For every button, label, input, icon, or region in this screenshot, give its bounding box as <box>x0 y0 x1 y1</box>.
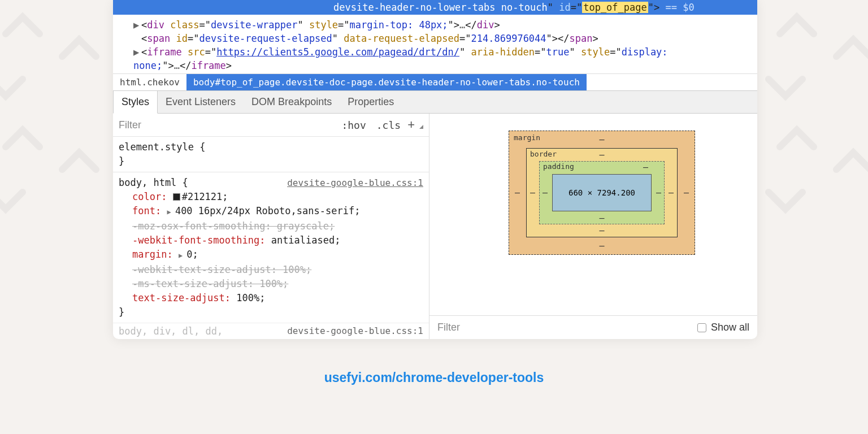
tab-dom-breakpoints[interactable]: DOM Breakpoints <box>244 91 340 113</box>
color-swatch[interactable] <box>173 193 180 201</box>
dom-breadcrumbs: html.chekov body#top_of_page.devsite-doc… <box>113 73 757 90</box>
computed-filter-input[interactable]: Filter <box>437 322 460 333</box>
styles-pane: Filter :hov .cls + element.style { } dev… <box>113 114 429 339</box>
css-rule-body-html[interactable]: devsite-google-blue.css:1 body, html { c… <box>113 172 429 323</box>
element-style-block[interactable]: element.style { } <box>113 137 429 172</box>
styles-filter-input[interactable]: Filter <box>119 119 141 131</box>
tab-styles[interactable]: Styles <box>113 91 158 114</box>
tab-properties[interactable]: Properties <box>340 91 402 113</box>
box-model-diagram[interactable]: margin – – – – border – – – – padding – <box>429 114 757 255</box>
css-rule-next[interactable]: devsite-google-blue.css:1 body, div, dl,… <box>113 323 429 339</box>
show-all-label: Show all <box>711 322 749 333</box>
dom-selected-node[interactable]: devsite-header-no-lower-tabs no-touch" i… <box>113 0 757 15</box>
image-credit: usefyi.com/chrome-developer-tools <box>0 370 868 385</box>
show-all-checkbox[interactable] <box>697 323 706 332</box>
more-icon[interactable] <box>419 125 423 129</box>
styles-tabs: Styles Event Listeners DOM Breakpoints P… <box>113 90 757 114</box>
dom-node-span[interactable]: <span id="devsite-request-elapsed" data-… <box>133 32 747 45</box>
crumb-html[interactable]: html.chekov <box>113 74 186 90</box>
dom-node-div[interactable]: ▶<div class="devsite-wrapper" style="mar… <box>133 18 747 32</box>
new-style-rule-button[interactable]: + <box>407 118 415 132</box>
dom-node-iframe[interactable]: ▶<iframe src="https://clients5.google.co… <box>133 45 747 72</box>
box-model-content: 660 × 7294.200 <box>552 174 652 211</box>
dom-tree[interactable]: ▶<div class="devsite-wrapper" style="mar… <box>113 15 757 73</box>
devtools-panel: devsite-header-no-lower-tabs no-touch" i… <box>113 0 757 339</box>
computed-pane: margin – – – – border – – – – padding – <box>429 114 757 339</box>
hov-toggle[interactable]: :hov <box>338 119 369 131</box>
tab-event-listeners[interactable]: Event Listeners <box>158 91 244 113</box>
rule-source-link[interactable]: devsite-google-blue.css:1 <box>287 176 423 190</box>
crumb-body[interactable]: body#top_of_page.devsite-doc-page.devsit… <box>186 74 587 90</box>
cls-toggle[interactable]: .cls <box>373 119 404 131</box>
